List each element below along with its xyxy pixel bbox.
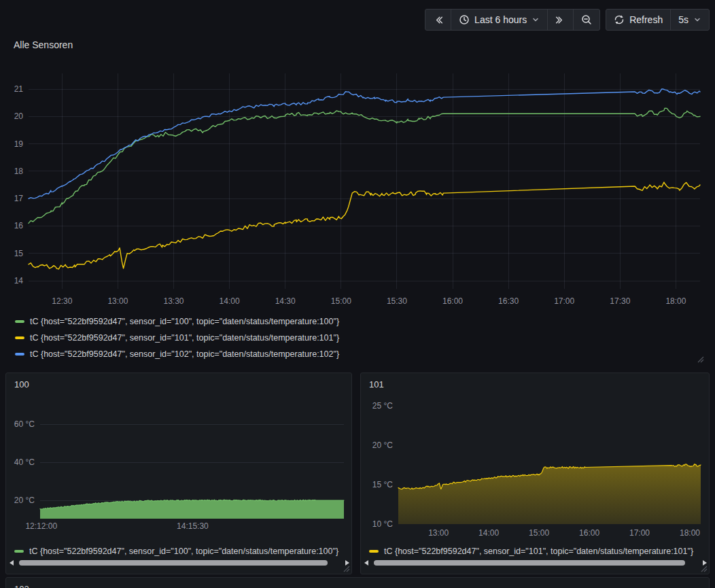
clock-icon [459, 14, 470, 25]
legend-label: tC {host="522bf9592d47", sensor_id="100"… [30, 317, 339, 326]
x-axis-tick-label: 12:30 [52, 296, 72, 306]
y-axis-tick-label: 20 [14, 111, 24, 121]
time-range-label: Last 6 hours [474, 14, 527, 25]
legend-swatch [14, 550, 24, 553]
y-axis-tick-label: 19 [14, 139, 24, 149]
series-line [29, 108, 700, 223]
zoom-out-icon [581, 14, 592, 25]
panel-101-legend: tC {host="522bf9592d47", sensor_id="101"… [369, 545, 705, 557]
panel-resize-handle[interactable] [697, 356, 704, 363]
panel-100: 100 20 °C40 °C60 °C12:12:0014:15:30 tC {… [5, 373, 352, 574]
x-axis-tick-label: 16:30 [498, 296, 519, 306]
panel-title: Alle Sensoren [14, 39, 73, 50]
time-range-picker[interactable]: Last 6 hours [451, 10, 548, 30]
x-axis-tick-label: 17:00 [629, 528, 650, 538]
scroll-thumb[interactable] [374, 560, 685, 566]
legend-swatch [369, 550, 379, 553]
panel-101: 101 10 °C15 °C20 °C25 °C13:0014:0015:001… [360, 373, 710, 574]
chevron-down-icon [693, 16, 701, 24]
y-axis-tick-label: 20 °C [14, 496, 35, 505]
series-area-fill [398, 464, 701, 524]
sensor-101-area-chart[interactable]: 10 °C15 °C20 °C25 °C13:0014:0015:0016:00… [361, 395, 709, 543]
x-axis-tick-label: 17:30 [610, 296, 630, 306]
panel-title: 101 [369, 379, 384, 390]
chevrons-right-icon [555, 15, 565, 25]
refresh-icon [614, 14, 625, 25]
refresh-label: Refresh [629, 14, 663, 25]
x-axis-tick-label: 13:00 [107, 296, 128, 306]
series-area-fill [40, 500, 344, 519]
y-axis-tick-label: 18 [14, 167, 24, 176]
legend-item[interactable]: tC {host="522bf9592d47", sensor_id="101"… [369, 545, 705, 557]
refresh-controls-group: Refresh 5s [606, 9, 710, 31]
x-axis-tick-label: 18:00 [680, 528, 700, 538]
x-axis-tick-label: 14:15:30 [177, 521, 209, 531]
legend-label: tC {host="522bf9592d47", sensor_id="101"… [384, 547, 693, 556]
time-shift-forward-button[interactable] [548, 10, 574, 30]
scroll-left-arrow[interactable] [10, 560, 14, 566]
y-axis-tick-label: 15 [14, 249, 24, 258]
zoom-out-button[interactable] [574, 10, 599, 30]
scroll-left-arrow[interactable] [364, 560, 368, 566]
y-axis-tick-label: 16 [14, 221, 24, 230]
panel-title: 102 [14, 584, 29, 588]
legend-item[interactable]: tC {host="522bf9592d47", sensor_id="101"… [15, 330, 339, 346]
panel-100-legend: tC {host="522bf9592d47", sensor_id="100"… [14, 545, 347, 557]
legend-item[interactable]: tC {host="522bf9592d47", sensor_id="100"… [14, 545, 347, 557]
panel-resize-handle[interactable] [701, 566, 708, 572]
y-axis-tick-label: 17 [14, 194, 24, 203]
x-axis-tick-label: 14:30 [275, 296, 296, 306]
x-axis-tick-label: 14:00 [220, 296, 240, 306]
y-axis-tick-label: 10 °C [372, 519, 393, 529]
horizontal-scrollbar[interactable] [8, 559, 349, 568]
scroll-right-arrow[interactable] [345, 560, 349, 566]
main-timeseries-chart[interactable]: 141516171819202112:3013:0013:3014:0014:3… [0, 67, 715, 310]
y-axis-tick-label: 60 °C [14, 419, 35, 429]
x-axis-tick-label: 16:00 [442, 296, 463, 306]
legend-swatch [15, 320, 24, 323]
legend-label: tC {host="522bf9592d47", sensor_id="100"… [29, 547, 338, 556]
horizontal-scrollbar[interactable] [363, 559, 707, 568]
x-axis-tick-label: 13:30 [163, 296, 184, 306]
chevrons-left-icon [433, 15, 443, 25]
y-axis-tick-label: 25 °C [372, 401, 393, 411]
sensor-100-area-chart[interactable]: 20 °C40 °C60 °C12:12:0014:15:30 [6, 399, 351, 534]
time-controls-group: Last 6 hours [425, 9, 600, 31]
x-axis-tick-label: 16:00 [579, 528, 599, 538]
dashboard-toolbar: Last 6 hours Refresh 5s [425, 9, 710, 31]
x-axis-tick-label: 15:30 [387, 296, 407, 306]
scroll-thumb[interactable] [19, 560, 328, 566]
main-chart-legend: tC {host="522bf9592d47", sensor_id="100"… [15, 313, 339, 362]
x-axis-tick-label: 14:00 [478, 528, 499, 538]
legend-item[interactable]: tC {host="522bf9592d47", sensor_id="100"… [15, 313, 339, 330]
x-axis-tick-label: 17:00 [554, 296, 574, 306]
legend-swatch [15, 336, 24, 339]
x-axis-tick-label: 15:00 [331, 296, 351, 306]
x-axis-tick-label: 18:00 [665, 296, 686, 306]
panel-102: 102 [5, 577, 710, 588]
refresh-interval-picker[interactable]: 5s [671, 10, 709, 30]
x-axis-tick-label: 15:00 [529, 528, 549, 538]
legend-swatch [15, 353, 24, 356]
x-axis-tick-label: 13:00 [428, 528, 449, 538]
y-axis-tick-label: 20 °C [372, 440, 393, 450]
y-axis-tick-label: 15 °C [372, 480, 393, 489]
legend-label: tC {host="522bf9592d47", sensor_id="101"… [30, 333, 339, 343]
refresh-button[interactable]: Refresh [606, 10, 671, 30]
y-axis-tick-label: 21 [14, 84, 24, 94]
grafana-dashboard: Last 6 hours Refresh 5s [0, 0, 715, 588]
legend-item[interactable]: tC {host="522bf9592d47", sensor_id="102"… [15, 346, 339, 362]
y-axis-tick-label: 14 [14, 276, 24, 286]
panel-resize-handle[interactable] [343, 566, 350, 572]
legend-label: tC {host="522bf9592d47", sensor_id="102"… [30, 349, 339, 359]
x-axis-tick-label: 12:12:00 [25, 521, 57, 531]
chevron-down-icon [531, 16, 540, 24]
refresh-interval-label: 5s [678, 14, 688, 25]
y-axis-tick-label: 40 °C [14, 457, 35, 467]
scroll-right-arrow[interactable] [703, 560, 707, 566]
time-shift-back-button[interactable] [425, 10, 451, 30]
panel-title: 100 [14, 379, 29, 390]
